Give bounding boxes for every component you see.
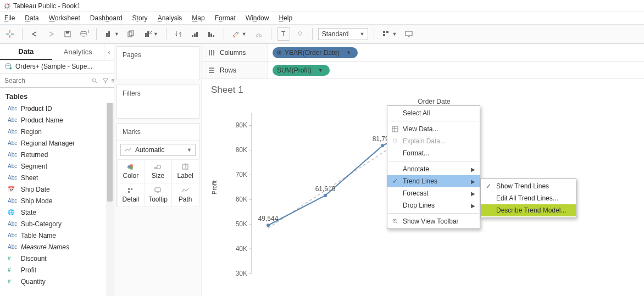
menu-bar[interactable]: File Data Worksheet Dashboard Story Anal…	[0, 12, 644, 24]
menu-file[interactable]: File	[4, 14, 15, 22]
field-product-id[interactable]: AbcProduct ID	[0, 103, 114, 114]
menu-item-explain-data[interactable]: Explain Data...	[387, 135, 480, 147]
field-sub-category[interactable]: AbcSub-Category	[0, 218, 114, 230]
svg-point-53	[157, 165, 161, 169]
columns-row: Columns ⊞YEAR(Order Date)▼	[202, 44, 644, 62]
mark-type-selector[interactable]: Automatic ▼	[120, 144, 196, 156]
field-discount[interactable]: #Discount	[0, 253, 114, 264]
menu-item-describe-trend-model[interactable]: Describe Trend Model...	[481, 204, 576, 216]
menu-dashboard[interactable]: Dashboard	[90, 14, 123, 22]
menu-item-trend-lines[interactable]: ✓Trend Lines▶	[387, 175, 480, 187]
chart-axis-title-top: Order Date	[233, 98, 635, 105]
menu-analysis[interactable]: Analysis	[158, 14, 182, 22]
menu-item-view-data[interactable]: View Data...	[387, 123, 480, 135]
menu-format[interactable]: Format	[215, 14, 236, 22]
field-sheet[interactable]: AbcSheet	[0, 172, 114, 183]
field-label: Sub-Category	[21, 220, 62, 228]
redo-button[interactable]	[45, 27, 58, 41]
field-region[interactable]: AbcRegion	[0, 126, 114, 137]
field-label: Discount	[21, 255, 47, 263]
pages-shelf[interactable]: Pages	[116, 46, 199, 80]
sort-desc-button[interactable]	[205, 27, 218, 41]
fit-selector-label: Standard	[322, 30, 349, 38]
search-icon[interactable]	[91, 77, 98, 84]
datasource-row[interactable]: Orders+ (Sample - Supe...	[0, 60, 114, 72]
field-regional-manager[interactable]: AbcRegional Manager	[0, 137, 114, 149]
menu-item-format[interactable]: Format...	[387, 147, 480, 159]
svg-text:90K: 90K	[236, 121, 247, 129]
group-button[interactable]	[252, 27, 265, 41]
marks-detail[interactable]: Detail	[117, 183, 145, 207]
columns-label: Columns	[202, 44, 268, 61]
menu-window[interactable]: Window	[246, 14, 269, 22]
pin-button[interactable]	[293, 27, 307, 41]
menu-story[interactable]: Story	[132, 14, 148, 22]
svg-text:T: T	[184, 163, 188, 170]
columns-drop[interactable]: ⊞YEAR(Order Date)▼	[268, 44, 644, 61]
collapse-pane-button[interactable]: ‹	[104, 44, 114, 60]
swap-button[interactable]	[172, 27, 185, 41]
field-segment[interactable]: AbcSegment	[0, 160, 114, 172]
menu-help[interactable]: Help	[279, 14, 292, 22]
new-worksheet-button[interactable]: ▼	[102, 27, 121, 41]
context-submenu-trendlines[interactable]: ✓Show Trend LinesEdit All Trend Lines...…	[480, 178, 576, 218]
field-quantity[interactable]: #Quantity	[0, 276, 114, 287]
menu-map[interactable]: Map	[192, 14, 204, 22]
search-input[interactable]	[2, 75, 89, 86]
marks-label[interactable]: TLabel	[171, 159, 199, 183]
menu-item-show-view-toolbar[interactable]: Show View Toolbar	[387, 215, 480, 227]
fit-selector[interactable]: Standard ▼	[318, 28, 369, 40]
svg-text:50K: 50K	[236, 220, 247, 228]
menu-data[interactable]: Data	[25, 14, 38, 22]
menu-item-annotate[interactable]: Annotate▶	[387, 163, 480, 175]
duplicate-button[interactable]	[125, 27, 138, 41]
field-ship-mode[interactable]: AbcShip Mode	[0, 195, 114, 206]
menu-item-edit-all-trend-lines[interactable]: Edit All Trend Lines...	[481, 192, 576, 204]
marks-tooltip[interactable]: Tooltip	[144, 183, 172, 207]
show-labels-button[interactable]: T	[277, 27, 290, 41]
filter-icon[interactable]	[102, 77, 109, 84]
svg-line-5	[8, 7, 10, 8]
field-returned[interactable]: AbcReturned	[0, 149, 114, 160]
menu-item-drop-lines[interactable]: Drop Lines▶	[387, 199, 480, 211]
field-table-name[interactable]: AbcTable Name	[0, 230, 114, 241]
field-state[interactable]: 🌐State	[0, 206, 114, 218]
presentation-mode-button[interactable]	[402, 27, 415, 41]
clear-button[interactable]: ▼	[141, 27, 160, 41]
marks-size[interactable]: Size	[144, 159, 172, 183]
show-me-button[interactable]: ▼	[380, 27, 399, 41]
field-measure-names[interactable]: AbcMeasure Names	[0, 241, 114, 253]
menu-item-select-all[interactable]: Select All	[387, 107, 480, 119]
undo-button[interactable]	[28, 27, 41, 41]
fields-scroll-thumb[interactable]	[107, 103, 113, 202]
tab-data[interactable]: Data	[0, 44, 52, 60]
menu-item-forecast[interactable]: Forecast▶	[387, 187, 480, 199]
columns-pill-year[interactable]: ⊞YEAR(Order Date)▼	[273, 47, 358, 58]
submenu-arrow-icon: ▶	[471, 166, 475, 172]
field-product-name[interactable]: AbcProduct Name	[0, 114, 114, 126]
rowcol-shelves: Columns ⊞YEAR(Order Date)▼ Rows SUM(Prof…	[202, 44, 644, 79]
menu-item-show-trend-lines[interactable]: ✓Show Trend Lines	[481, 180, 576, 192]
marks-path[interactable]: Path	[171, 183, 199, 207]
svg-line-7	[5, 7, 7, 8]
marks-color[interactable]: Color	[117, 159, 145, 183]
svg-text:T: T	[281, 30, 286, 38]
tab-analytics[interactable]: Analytics	[52, 44, 104, 60]
filters-shelf[interactable]: Filters	[116, 85, 199, 119]
svg-rect-47	[112, 82, 113, 82]
svg-point-31	[256, 35, 258, 37]
save-button[interactable]	[61, 27, 74, 41]
sort-asc-button[interactable]	[188, 27, 202, 41]
tableau-icon[interactable]	[3, 27, 16, 41]
field-profit[interactable]: #Profit	[0, 264, 114, 276]
rows-drop[interactable]: SUM(Profit)▼	[268, 62, 644, 79]
context-menu[interactable]: Select AllView Data...Explain Data...For…	[387, 105, 480, 229]
rows-pill-profit[interactable]: SUM(Profit)▼	[273, 65, 330, 76]
field-ship-date[interactable]: 📅Ship Date	[0, 183, 114, 195]
highlight-button[interactable]: ▼	[230, 27, 249, 41]
new-datasource-button[interactable]: +	[77, 27, 91, 41]
sheet-title[interactable]: Sheet 1	[211, 85, 635, 96]
submenu-arrow-icon: ▶	[471, 191, 475, 197]
fields-scrollbar[interactable]	[106, 103, 114, 296]
menu-worksheet[interactable]: Worksheet	[49, 14, 80, 22]
